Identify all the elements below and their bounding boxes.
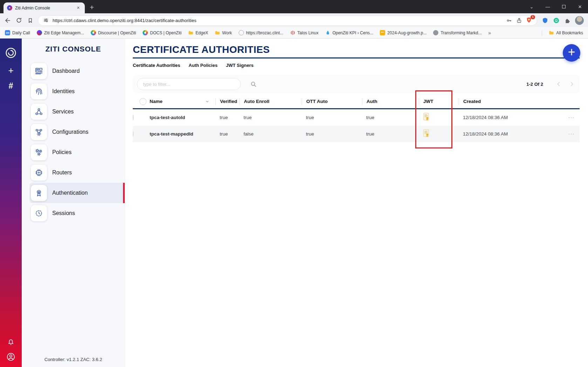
bookmark-item[interactable]: DOCS | OpenZiti [143,30,182,35]
bookmark-label: https://brozac.clint... [246,30,283,35]
certificate-jwt-icon[interactable] [419,113,459,123]
bookmark-item[interactable]: Transforming Markd... [433,30,481,35]
column-header-auto-enroll[interactable]: Auto Enroll [239,98,302,105]
browser-tab[interactable]: Ziti Admin Console ✕ [4,2,85,13]
folder-icon [549,30,554,35]
share-icon[interactable] [515,17,522,24]
bookmark-item[interactable]: OpenZiti KPI › Cens... [325,30,374,35]
select-all-checkbox[interactable] [139,98,146,105]
ziti-logo-icon[interactable] [5,47,17,59]
sidebar-item-label: Authentication [52,190,88,196]
bookmark-item[interactable]: Ziti Edge Managem... [37,30,84,35]
extensions-puzzle-icon[interactable] [564,17,571,24]
brave-shield-icon[interactable]: 1 [526,17,533,24]
column-header-auth[interactable]: Auth [362,98,419,105]
tab-search-icon[interactable]: ⌄ [524,0,540,13]
sidebar-item-services[interactable]: Services [29,102,125,122]
filter-bar: 1-2 Of 2 [133,75,580,93]
table-header-row: Name Verified Auto Enroll OTT Auto Auth … [133,95,580,109]
rail-add-icon[interactable]: + [8,66,13,75]
ca-table: Name Verified Auto Enroll OTT Auto Auth … [133,95,580,142]
bookmark-label: OpenZiti KPI › Cens... [333,30,374,35]
version-footer: Controller: v1.2.1 ZAC: 3.6.2 [22,357,125,362]
browser-window: Ziti Admin Console ✕ + ⌄ — ✕ https://ctr… [0,0,588,367]
bookmark-item[interactable]: https://brozac.clint... [239,30,283,35]
left-rail: + # [0,39,22,367]
table-row[interactable]: tpca-test-mappedId true false true true … [133,126,580,142]
bookmark-label: EdgeX [196,30,208,35]
column-header-ott-auto[interactable]: OTT Auto [302,98,362,105]
bookmarks-overflow-icon[interactable]: » [488,30,491,36]
tab-close-icon[interactable]: ✕ [75,5,81,11]
cell-name[interactable]: tpca-test-mappedId [149,131,216,137]
sidebar-item-authentication[interactable]: Authentication [29,183,125,203]
minimize-button[interactable]: — [540,0,556,13]
bookmark-item[interactable]: Talos Linux [290,30,319,35]
column-header-created[interactable]: Created [459,98,562,105]
sidebar-item-configurations[interactable]: Configurations [29,122,125,142]
grammarly-icon[interactable] [553,17,560,24]
gears-icon [31,144,47,160]
refresh-icon[interactable] [15,17,22,24]
tab-certificate-authorities[interactable]: Certificate Authorities [133,63,180,68]
back-icon[interactable] [4,17,11,24]
page-next-icon[interactable] [568,81,575,88]
close-button[interactable]: ✕ [572,0,588,13]
bookmark-item[interactable]: 2024-Aug-growth.p... [380,30,426,35]
search-icon[interactable] [250,81,257,88]
row-menu-icon[interactable]: ⋯ [562,130,580,138]
profile-icon[interactable] [6,352,15,361]
main-content: CERTIFICATE AUTHORITIES + Certificate Au… [125,39,588,367]
bookmark-item[interactable]: Work [215,30,232,35]
filter-input[interactable] [137,78,241,90]
profile-avatar[interactable] [575,16,584,25]
new-tab-button[interactable]: + [90,4,94,11]
all-bookmarks-label: All Bookmarks [556,30,583,35]
sidebar-item-policies[interactable]: Policies [29,142,125,162]
sidebar-item-identities[interactable]: Identities [29,81,125,102]
table-row[interactable]: tpca-test-autoId true true true true 12/… [133,109,580,126]
ublock-shield-icon[interactable] [541,17,548,24]
header-checkbox-cell [133,98,149,105]
cell-created: 12/18/2024 08:36 AM [459,115,562,120]
bookmark-item[interactable]: zm Daily Call [5,30,30,35]
column-header-verified[interactable]: Verified [216,98,239,105]
add-certificate-authority-button[interactable]: + [563,44,580,62]
address-bar[interactable]: https://ctrl.cdaws.clint.demo.openziti.o… [38,15,537,26]
sidebar-item-dashboard[interactable]: Dashboard [29,61,125,81]
bookmark-item[interactable]: Discourse | OpenZiti [91,30,136,35]
tab-auth-policies[interactable]: Auth Policies [189,63,217,68]
sidebar-item-label: Services [52,109,74,115]
row-checkbox[interactable] [133,115,134,120]
title-underline [133,57,580,58]
row-menu-icon[interactable]: ⋯ [562,113,580,122]
fingerprint-icon [31,83,47,99]
folder-icon [215,30,220,35]
row-checkbox[interactable] [133,131,134,137]
column-header-jwt[interactable]: JWT [419,98,459,105]
notifications-bell-icon[interactable] [7,338,15,346]
url-text[interactable]: https://ctrl.cdaws.clint.demo.openziti.o… [53,18,502,23]
bookmark-label: 2024-Aug-growth.p... [387,30,426,35]
sidebar-item-sessions[interactable]: Sessions [29,203,125,223]
cell-name[interactable]: tpca-test-autoId [149,115,216,120]
rail-hash-icon[interactable]: # [9,82,13,90]
tab-jwt-signers[interactable]: JWT Signers [226,63,254,68]
sidebar-item-label: Routers [52,169,72,176]
site-settings-icon[interactable] [42,17,49,24]
maximize-button[interactable] [556,0,572,13]
sort-chevron-icon[interactable] [205,99,210,104]
row-checkbox-cell [133,115,149,120]
bookmark-item[interactable]: EdgeX [188,30,208,35]
bookmark-flag-icon[interactable] [27,17,34,24]
password-key-icon[interactable] [505,17,512,24]
page-prev-icon[interactable] [555,81,562,88]
folder-icon [188,30,193,35]
sidebar-item-routers[interactable]: Routers [29,162,125,183]
cell-ott-auto: true [302,131,362,137]
bookmark-label: Work [222,30,232,35]
column-header-name[interactable]: Name [149,98,216,105]
certificate-jwt-icon[interactable] [419,129,459,139]
clock-icon [31,205,47,221]
all-bookmarks-button[interactable]: All Bookmarks [549,30,583,35]
